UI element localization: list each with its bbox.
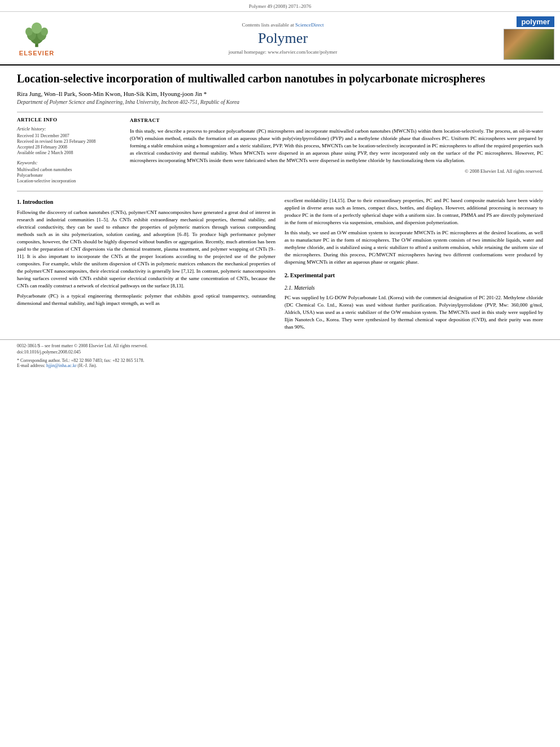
article-info-heading: ARTICLE INFO [17, 117, 119, 123]
citation-text: Polymer 49 (2008) 2071–2076 [249, 3, 312, 9]
keyword-3: Location-selective incorporation [17, 178, 119, 184]
svg-point-4 [25, 27, 33, 36]
body-para-5: PC was supplied by LG-DOW Polycarbonate … [285, 294, 543, 331]
available-date: Available online 2 March 2008 [17, 150, 119, 155]
abstract-text: In this study, we describe a process to … [130, 128, 543, 164]
body-col-right: excellent moldability [14,15]. Due to th… [285, 197, 543, 334]
affiliation: Department of Polymer Science and Engine… [17, 99, 543, 105]
journal-title: Polymer [68, 30, 498, 47]
article-info-col: ARTICLE INFO Article history: Received 3… [17, 117, 119, 184]
keywords-section: Keywords: Multiwalled carbon nanotubes P… [17, 160, 119, 184]
tel-info: Tel.: +82 32 860 7483; fax: +82 32 865 5… [62, 358, 144, 363]
polymer-badge: polymer [517, 16, 554, 27]
keywords-label: Keywords: [17, 160, 119, 165]
email-label: E-mail address: [17, 363, 45, 368]
license-line: 0032-3861/$ – see front matter © 2008 El… [17, 343, 543, 348]
page-wrapper: Polymer 49 (2008) 2071–2076 ELSEVIER [0, 0, 560, 747]
sciencedirect-link[interactable]: ScienceDirect [295, 22, 323, 28]
keyword-2: Polycarbonate [17, 173, 119, 178]
keyword-1: Multiwalled carbon nanotubes [17, 167, 119, 172]
divider-2 [17, 191, 543, 191]
copyright-line: © 2008 Elsevier Ltd. All rights reserved… [130, 168, 543, 174]
elsevier-logo: ELSEVIER [6, 20, 68, 56]
section2-sub1: 2.1. Materials [285, 285, 543, 292]
journal-header: ELSEVIER Contents lists available at Sci… [0, 12, 560, 65]
svg-point-6 [32, 22, 42, 33]
elsevier-wordmark: ELSEVIER [19, 50, 54, 56]
sciencedirect-line: Contents lists available at ScienceDirec… [68, 22, 498, 28]
body-para-2: Polycarbonate (PC) is a typical engineer… [17, 292, 275, 307]
received-date: Received 31 December 2007 [17, 133, 119, 138]
email-link[interactable]: hjjin@inha.ac.kr [46, 363, 77, 368]
info-abstract-row: ARTICLE INFO Article history: Received 3… [17, 117, 543, 184]
divider-1 [17, 112, 543, 112]
body-two-col: 1. Introduction Following the discovery … [17, 197, 543, 334]
journal-center: Contents lists available at ScienceDirec… [68, 22, 498, 55]
article-title: Location-selective incorporation of mult… [17, 71, 543, 86]
journal-homepage: journal homepage: www.elsevier.com/locat… [68, 49, 498, 55]
top-citation-bar: Polymer 49 (2008) 2071–2076 [0, 0, 560, 12]
body-para-4: In this study, we used an O/W emulsion s… [285, 229, 543, 266]
accepted-date: Accepted 28 February 2008 [17, 145, 119, 150]
body-para-3: excellent moldability [14,15]. Due to th… [285, 197, 543, 226]
email-rest: (H.-J. Jin). [78, 363, 97, 368]
abstract-heading: ABSTRACT [130, 117, 543, 124]
doi-line: doi:10.1016/j.polymer.2008.02.045 [17, 350, 543, 355]
corresponding-label: * Corresponding author. [17, 358, 61, 363]
section1-heading: 1. Introduction [17, 198, 275, 207]
email-note: E-mail address: hjjin@inha.ac.kr (H.-J. … [17, 363, 543, 368]
page-footer: 0032-3861/$ – see front matter © 2008 El… [0, 339, 560, 373]
elsevier-tree-icon [20, 20, 54, 49]
svg-point-5 [41, 27, 48, 36]
abstract-col: ABSTRACT In this study, we describe a pr… [130, 117, 543, 184]
article-content: Location-selective incorporation of mult… [0, 65, 560, 339]
body-para-1: Following the discovery of carbon nanotu… [17, 209, 275, 290]
received-revised-date: Received in revised form 23 February 200… [17, 139, 119, 144]
authors: Rira Jung, Won–Il Park, Soon-Min Kwon, H… [17, 90, 543, 97]
body-col-left: 1. Introduction Following the discovery … [17, 197, 275, 334]
polymer-logo-box: polymer [498, 16, 554, 60]
section2-heading: 2. Experimental part [285, 272, 543, 280]
polymer-cover-image [504, 29, 554, 60]
corresponding-note: * Corresponding author. Tel.: +82 32 860… [17, 358, 543, 363]
history-label: Article history: [17, 126, 119, 132]
